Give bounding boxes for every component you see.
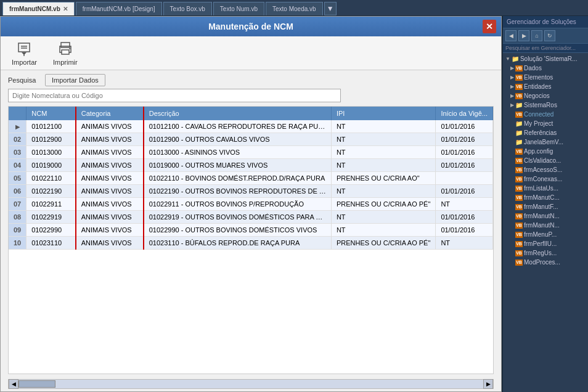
ide-tree-node[interactable]: VB frmManutF... [503, 202, 588, 211]
ide-tree-node[interactable]: VB frmManutC... [503, 193, 588, 202]
tree-arrow-icon: ▶ [510, 65, 514, 71]
svg-rect-7 [62, 50, 69, 54]
vb-file-icon: VB [515, 250, 523, 256]
folder-icon: 📁 [515, 130, 523, 136]
table-row[interactable]: 01012100ANIMAIS VIVOS01012100 - CAVALOS … [9, 120, 493, 133]
tab-texto-num[interactable]: Texto Num.vb [213, 2, 264, 15]
cell-row-num: 06 [9, 185, 27, 198]
ide-tree-node[interactable]: ▶ VB Elementos [503, 73, 588, 82]
tab-frmManutNCM-vb[interactable]: frmManutNCM.vb ✕ [2, 2, 75, 15]
ide-tree-node[interactable]: VB frmRegUs... [503, 248, 588, 258]
table-row[interactable]: 0601022190ANIMAIS VIVOS01022190 - OUTROS… [9, 185, 493, 198]
svg-marker-2 [22, 52, 27, 55]
cell-vigencia: 01/01/2016 [436, 120, 493, 133]
ide-tree-node[interactable]: 📁 Referências [503, 128, 588, 137]
tab-close-icon[interactable]: ✕ [63, 6, 68, 12]
cell-descricao: 01012900 - OUTROS CAVALOS VIVOS [144, 133, 332, 146]
table-row[interactable]: 0801022919ANIMAIS VIVOS01022919 - OUTROS… [9, 211, 493, 224]
table-container[interactable]: NCM Categoria Descrição IPI Início da Vi… [8, 106, 494, 374]
tree-node-label: Elementos [524, 74, 553, 81]
search-input[interactable] [8, 89, 341, 102]
search-area: Pesquisa Importar Dados [1, 70, 501, 106]
ide-tree-node[interactable]: VB frmAcessoS... [503, 165, 588, 174]
tree-node-label: SistemaRos [524, 102, 557, 108]
ide-tree-node[interactable]: 📁 My Project [503, 119, 588, 128]
ide-tree-node[interactable]: VB frmManutN... [503, 221, 588, 230]
ide-tree-node[interactable]: ▶ VB Entidades [503, 82, 588, 91]
table-row[interactable]: 0501022110ANIMAIS VIVOS01022110 - BOVINO… [9, 172, 493, 185]
tree-node-label: Connected [524, 111, 553, 118]
tab-texto-box[interactable]: Texto Box.vb [163, 2, 212, 15]
cell-ipi: PRENHES OU C/CRIA AO PÉ" [331, 198, 435, 211]
search-label: Pesquisa [8, 76, 39, 84]
close-button[interactable]: ✕ [483, 20, 496, 33]
ide-tree-node[interactable]: ▶ 📁 SistemaRos [503, 100, 588, 110]
vb-file-icon: VB [515, 213, 523, 219]
print-button[interactable]: Imprimir [48, 39, 83, 67]
import-dados-button[interactable]: Importar Dados [45, 74, 105, 86]
ide-tree-node[interactable]: VB frmManutN... [503, 211, 588, 221]
table-row[interactable]: 0701022911ANIMAIS VIVOS01022911 - OUTROS… [9, 198, 493, 211]
cell-categoria: ANIMAIS VIVOS [76, 211, 144, 224]
cell-descricao: 01022919 - OUTROS BOVINOS DOMÉSTICOS PAR… [144, 211, 332, 224]
ide-tree-node[interactable]: 📁 JanelaBemV... [503, 137, 588, 147]
ide-tree-node[interactable]: VB App.config [503, 147, 588, 156]
ide-tree-node[interactable]: VB frmConexas... [503, 174, 588, 184]
ide-tool-forward[interactable]: ▶ [518, 30, 529, 41]
tree-node-label: frmManutN... [524, 222, 560, 229]
tab-texto-moeda[interactable]: Texto Moeda.vb [266, 2, 323, 15]
cell-row-num [9, 120, 27, 133]
cell-ncm: 01013000 [27, 146, 76, 159]
scroll-left-btn[interactable]: ◀ [9, 379, 18, 389]
cell-ncm: 01012900 [27, 133, 76, 146]
cell-ncm: 01019000 [27, 159, 76, 172]
cell-descricao: 01023110 - BÚFALOS REPROD.DE RAÇA PURA [144, 237, 332, 250]
cell-vigencia: NT [436, 198, 493, 211]
scroll-track[interactable] [18, 380, 483, 388]
cell-categoria: ANIMAIS VIVOS [76, 172, 144, 185]
cell-ipi: NT [331, 211, 435, 224]
table-row[interactable]: 1001023110ANIMAIS VIVOS01023110 - BÚFALO… [9, 237, 493, 250]
table-row[interactable]: 0401019000ANIMAIS VIVOS01019000 - OUTROS… [9, 159, 493, 172]
ide-tool-back[interactable]: ◀ [505, 30, 517, 41]
ide-tree-node[interactable]: VB frmPerfIlU... [503, 239, 588, 248]
tree-node-label: Solução 'SistemaR... [520, 55, 578, 62]
ide-tree-node[interactable]: ▼ 📁 Solução 'SistemaR... [503, 54, 588, 63]
ide-tree-node[interactable]: ▶ VB Dados [503, 63, 588, 73]
tab-overflow-btn[interactable]: ▼ [324, 2, 337, 15]
table-row[interactable]: 0301013000ANIMAIS VIVOS01013000 - ASININ… [9, 146, 493, 159]
cell-descricao: 01019000 - OUTROS MUARES VIVOS [144, 159, 332, 172]
cell-ncm: 01023110 [27, 237, 76, 250]
cell-categoria: ANIMAIS VIVOS [76, 159, 144, 172]
toolbar: Importar Imprimir [1, 36, 501, 70]
ide-tool-refresh[interactable]: ↻ [544, 30, 555, 41]
ide-toolbar: ◀ ▶ ⌂ ↻ [503, 28, 588, 44]
tree-node-label: My Project [524, 120, 553, 127]
tree-arrow-icon: ▼ [505, 56, 510, 62]
scroll-right-btn[interactable]: ▶ [483, 379, 493, 389]
scroll-thumb[interactable] [18, 380, 55, 388]
h-scrollbar[interactable]: ◀ ▶ [8, 379, 494, 389]
vb-file-icon: VB [515, 204, 523, 210]
ide-tree-node[interactable]: VB frmMenuP... [503, 230, 588, 239]
ide-tool-home[interactable]: ⌂ [531, 30, 542, 41]
table-row[interactable]: 0201012900ANIMAIS VIVOS01012900 - OUTROS… [9, 133, 493, 146]
ide-tree-node[interactable]: VB ModProces... [503, 258, 588, 267]
tab-frmManutNCM-design[interactable]: frmManutNCM.vb [Design] [76, 2, 162, 15]
ide-search-bar[interactable]: Pesquisar em Gerenciador... [503, 44, 588, 53]
import-button[interactable]: Importar [7, 39, 42, 67]
ide-tree-node[interactable]: VB frmListaUs... [503, 184, 588, 193]
ide-tree-node[interactable]: VB ClsValidaco... [503, 156, 588, 165]
svg-rect-5 [61, 43, 70, 47]
table-row[interactable]: 0901022990ANIMAIS VIVOS01022990 - OUTROS… [9, 224, 493, 237]
cell-ncm: 01022990 [27, 224, 76, 237]
cell-categoria: ANIMAIS VIVOS [76, 185, 144, 198]
tree-arrow-icon: ▶ [510, 75, 514, 80]
ide-tree-node[interactable]: ▶ VB Negocios [503, 91, 588, 100]
th-categoria: Categoria [76, 107, 144, 120]
cell-descricao: 01022110 - BOVINOS DOMÉST.REPROD.D/RAÇA … [144, 172, 332, 185]
cell-ipi: NT [331, 185, 435, 198]
cell-vigencia: 01/01/2016 [436, 224, 493, 237]
vb-file-icon: VB [515, 112, 523, 118]
ide-tree-node[interactable]: VB Connected [503, 110, 588, 119]
